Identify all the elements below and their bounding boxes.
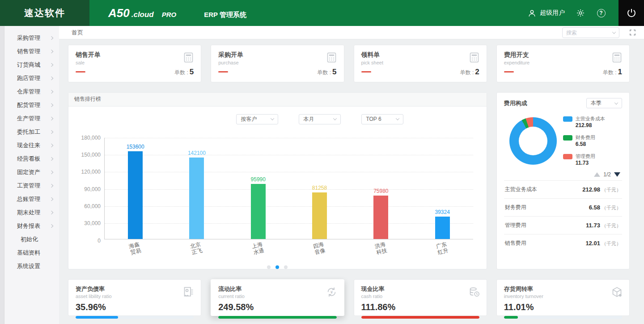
calculator-icon: [326, 51, 338, 64]
sidebar-item-1[interactable]: 采购管理: [4, 31, 59, 45]
kpi-card-3[interactable]: 现金比率cash ratio111.86%: [354, 279, 487, 316]
fullscreen-icon[interactable]: [629, 29, 636, 36]
pager-down-icon[interactable]: [614, 172, 620, 177]
stat-card-2[interactable]: 采购开单purchase单数 :5: [211, 45, 344, 82]
sidebar-item-label: 生产管理: [17, 115, 40, 123]
sidebar-item-5[interactable]: 仓库管理: [4, 85, 59, 98]
legend-text: 主营业务成本212.98: [576, 115, 605, 128]
sidebar-item-3[interactable]: 订货商城: [4, 58, 59, 72]
sidebar-item-9[interactable]: 现金往来: [4, 139, 59, 152]
stat-card-4[interactable]: 费用开支expenditure单数 :1: [496, 45, 630, 82]
bar[interactable]: [435, 217, 450, 239]
legend-name: 财务费用: [576, 134, 595, 141]
user-menu[interactable]: 超级用户: [527, 8, 565, 18]
stat-card-count: 单数 :1: [603, 68, 622, 77]
sidebar-item-15[interactable]: 财务报表: [4, 219, 59, 233]
legend-swatch: [563, 135, 572, 141]
stat-count-label: 单数 :: [317, 69, 331, 76]
period-value: 本季: [591, 99, 602, 107]
search-combobox[interactable]: [562, 27, 619, 38]
period-select[interactable]: 本季: [586, 98, 622, 108]
kpi-value: 11.01%: [504, 302, 622, 312]
chart-filter-select-1[interactable]: 按客户: [236, 114, 278, 124]
pager-up-icon[interactable]: [594, 172, 600, 177]
expense-panel-title: 费用构成: [504, 99, 527, 107]
stat-count-value: 5: [332, 68, 336, 76]
chevron-right-icon: [50, 157, 53, 161]
chart-filter-select-3[interactable]: TOP 6: [361, 114, 403, 124]
kpi-card-4[interactable]: 存货周转率inventory turnover11.01%: [496, 279, 630, 316]
pager-dot-1[interactable]: [267, 265, 271, 269]
bar-slot: 142100: [166, 138, 227, 239]
stat-card-count: 单数 :2: [460, 68, 479, 77]
sidebar-item-label: 委托加工: [17, 128, 40, 136]
app-header: 速达软件 A50 .cloud PRO ERP 管理系统 超级用户: [0, 0, 644, 26]
expense-row: 财务费用6.58 （千元）: [504, 198, 622, 216]
legend-name: 主营业务成本: [576, 115, 605, 122]
sidebar-item-18[interactable]: 系统设置: [4, 260, 59, 273]
sidebar-item-2[interactable]: 销售管理: [4, 45, 59, 58]
stat-card-title: 领料单: [361, 51, 479, 59]
kpi-subtitle: current ratio: [218, 294, 336, 299]
sales-panel-title: 销售排行榜: [68, 93, 487, 107]
sidebar-item-13[interactable]: 总账管理: [4, 192, 59, 206]
sidebar-scrollbar[interactable]: [0, 26, 4, 324]
bar-value-label: 81258: [312, 185, 327, 191]
sidebar-item-7[interactable]: 生产管理: [4, 112, 59, 125]
expense-row-label: 管理费用: [505, 222, 526, 229]
sidebar-item-10[interactable]: 经营看板: [4, 152, 59, 166]
header-bar: A50 .cloud PRO ERP 管理系统 超级用户 ?: [89, 0, 619, 26]
bar[interactable]: [128, 151, 143, 239]
stat-card-3[interactable]: 领料单pick sheet单数 :2: [354, 45, 487, 82]
chevron-right-icon: [50, 90, 53, 94]
chart-filter-select-2[interactable]: 本月: [299, 114, 341, 124]
product-name: A50: [108, 6, 130, 20]
gear-icon[interactable]: [576, 8, 585, 18]
chevron-right-icon: [50, 197, 53, 201]
legend-swatch: [563, 154, 572, 159]
bar[interactable]: [251, 184, 266, 239]
pager-dot-2[interactable]: [275, 265, 279, 269]
chevron-right-icon: [50, 103, 53, 107]
breadcrumb-bar: 首页: [59, 26, 644, 39]
stat-card-title: 销售开单: [76, 51, 194, 59]
stat-card-count: 单数 :5: [174, 68, 194, 77]
sidebar-item-16[interactable]: 初始化: [4, 233, 59, 246]
bar[interactable]: [373, 196, 388, 239]
bar[interactable]: [189, 158, 204, 239]
kpi-card-1[interactable]: 资产负债率asset libility ratio35.96%: [68, 279, 201, 316]
logout-button[interactable]: [619, 0, 644, 26]
sidebar-item-11[interactable]: 固定资产: [4, 166, 59, 179]
stat-card-1[interactable]: 销售开单sale单数 :5: [68, 45, 201, 82]
kpi-title: 存货周转率: [504, 285, 622, 293]
sidebar-item-8[interactable]: 委托加工: [4, 125, 59, 139]
chart-pager-dots: [68, 265, 487, 269]
y-axis-tick: 30,000: [84, 220, 101, 226]
kpi-title: 资产负债率: [76, 285, 194, 293]
sidebar-item-14[interactable]: 期末处理: [4, 206, 59, 219]
expense-composition-panel: 费用构成 本季 主营业务成本212.98财务费用6.58管理费用11.73 1/…: [496, 92, 630, 269]
help-icon[interactable]: ?: [596, 8, 606, 18]
search-input[interactable]: [566, 30, 610, 36]
bar[interactable]: [312, 192, 327, 239]
expense-row-unit: （千元）: [600, 223, 621, 228]
chevron-right-icon: [50, 77, 53, 80]
breadcrumb-home-tab[interactable]: 首页: [72, 29, 83, 37]
sidebar-item-label: 总账管理: [17, 195, 40, 203]
pager-dot-3[interactable]: [284, 265, 288, 269]
sidebar-item-label: 固定资产: [17, 168, 40, 176]
chevron-right-icon: [50, 117, 53, 120]
bar-slot: 81258: [289, 138, 350, 239]
sidebar-item-12[interactable]: 工资管理: [4, 179, 59, 192]
kpi-card-2[interactable]: 流动比率current ratio249.58%¥: [211, 279, 344, 316]
legend-value: 212.98: [576, 122, 605, 128]
legend-item: 财务费用6.58: [563, 134, 605, 147]
sidebar-item-4[interactable]: 跑店管理: [4, 72, 59, 85]
stat-card-title: 采购开单: [218, 51, 336, 59]
sidebar-item-label: 经营看板: [17, 155, 40, 163]
sidebar-item-6[interactable]: 配货管理: [4, 98, 59, 112]
stat-card-dash: [361, 71, 371, 72]
sidebar-item-label: 系统设置: [17, 262, 40, 270]
chevron-right-icon: [50, 63, 53, 67]
sidebar-item-17[interactable]: 基础资料: [4, 246, 59, 260]
